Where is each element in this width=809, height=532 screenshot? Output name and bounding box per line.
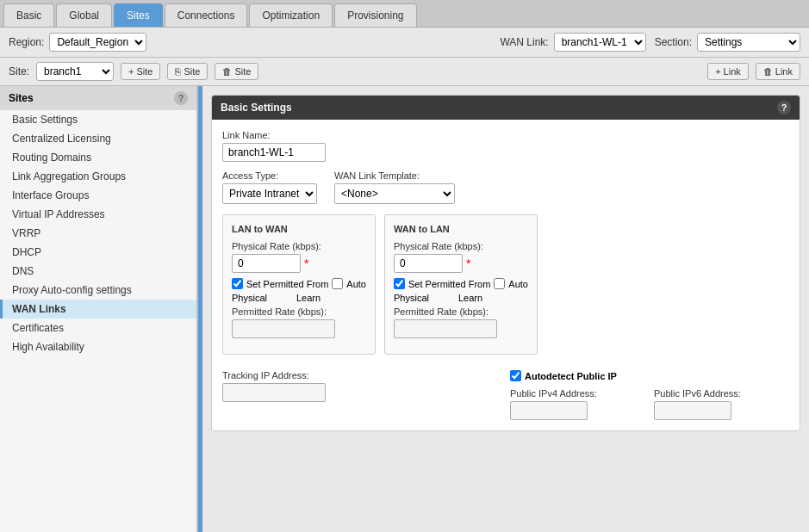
top-toolbar: Region: Default_Region WAN Link: branch1…	[0, 28, 809, 58]
sidebar-item-high-availability[interactable]: High Availability	[0, 337, 196, 356]
access-type-label: Access Type:	[222, 170, 317, 181]
lan-set-permitted-label: Set Permitted From	[246, 279, 328, 289]
settings-panel-help[interactable]: ?	[777, 101, 791, 114]
trash-icon-link: 🗑	[763, 66, 773, 77]
wan-rate-row: *	[394, 254, 528, 273]
wan-set-permitted-row: Set Permitted From Auto	[394, 278, 528, 289]
settings-panel-title: Basic Settings	[221, 102, 292, 114]
settings-panel-header: Basic Settings ?	[212, 96, 800, 120]
link-name-input[interactable]	[222, 143, 326, 162]
wan-auto-checkbox[interactable]	[494, 278, 505, 289]
sidebar-item-routing-domains[interactable]: Routing Domains	[0, 148, 196, 167]
wan-template-group: WAN Link Template: <None>	[334, 170, 455, 204]
copy-site-button[interactable]: ⎘ Site	[167, 63, 208, 80]
sidebar-item-centralized-licensing[interactable]: Centralized Licensing	[0, 129, 196, 148]
autodetect-checkbox[interactable]	[510, 370, 521, 381]
wan-to-lan-label: WAN to LAN	[394, 224, 528, 234]
region-group: Region: Default_Region	[9, 33, 146, 52]
settings-panel: Basic Settings ? Link Name: Access Type:…	[211, 95, 800, 431]
lan-physical-label: Physical	[232, 293, 267, 303]
right-panel: Basic Settings ? Link Name: Access Type:…	[202, 86, 809, 532]
ipv4-field: Public IPv4 Address:	[510, 388, 645, 420]
lan-auto-checkbox[interactable]	[332, 278, 343, 289]
wan-physical-label: Physical	[394, 293, 429, 303]
lan-rate-row: *	[232, 254, 366, 273]
ipv6-input[interactable]	[654, 401, 731, 420]
copy-icon: ⎘	[175, 66, 181, 77]
tracking-ip-input[interactable]	[222, 383, 326, 402]
bottom-row: Tracking IP Address: Autodetect Public I…	[222, 370, 789, 420]
site-select[interactable]: branch1	[36, 62, 114, 81]
wan-set-permitted-label: Set Permitted From	[408, 279, 490, 289]
wan-link-label: WAN Link:	[500, 36, 548, 48]
link-name-row: Link Name:	[222, 130, 789, 162]
direction-columns: LAN to WAN Physical Rate (kbps): * Set P…	[222, 214, 789, 363]
copy-site-label: Site	[184, 66, 200, 77]
add-link-label: + Link	[715, 66, 741, 77]
lan-permitted-rate-input[interactable]	[232, 319, 335, 338]
region-select[interactable]: Default_Region	[49, 33, 146, 52]
lan-physical-rate-label: Physical Rate (kbps):	[232, 241, 366, 251]
address-row: Public IPv4 Address: Public IPv6 Address…	[510, 388, 789, 420]
sidebar-item-vrrp[interactable]: VRRP	[0, 224, 196, 243]
site-label: Site:	[9, 65, 29, 77]
lan-physical-learn-row: Physical Learn	[232, 293, 366, 303]
ipv6-field: Public IPv6 Address:	[654, 388, 789, 420]
lan-to-wan-label: LAN to WAN	[232, 224, 366, 234]
add-site-button[interactable]: + Site	[121, 63, 160, 80]
wan-permitted-row: Permitted Rate (kbps):	[394, 306, 528, 338]
sidebar-item-basic-settings[interactable]: Basic Settings	[0, 110, 196, 129]
wan-set-permitted-checkbox[interactable]	[394, 278, 405, 289]
lan-physical-rate-input[interactable]	[232, 254, 301, 273]
public-ip-box: Autodetect Public IP Public IPv4 Address…	[510, 370, 789, 420]
sidebar-item-link-aggregation[interactable]: Link Aggregation Groups	[0, 167, 196, 186]
ipv6-label: Public IPv6 Address:	[654, 388, 789, 399]
tab-basic[interactable]: Basic	[3, 3, 54, 27]
section-select[interactable]: Settings	[697, 33, 800, 52]
autodetect-label: Autodetect Public IP	[525, 371, 617, 381]
ipv4-label: Public IPv4 Address:	[510, 388, 645, 399]
sidebar-item-virtual-ip[interactable]: Virtual IP Addresses	[0, 205, 196, 224]
wan-required-star: *	[466, 257, 470, 270]
wan-physical-rate-input[interactable]	[394, 254, 463, 273]
delete-site-button[interactable]: 🗑 Site	[215, 63, 258, 80]
tab-connections[interactable]: Connections	[165, 3, 248, 27]
sidebar-item-dhcp[interactable]: DHCP	[0, 243, 196, 262]
lan-permitted-rate-label: Permitted Rate (kbps):	[232, 306, 366, 317]
wan-template-select[interactable]: <None>	[334, 183, 455, 204]
lan-permitted-row: Permitted Rate (kbps):	[232, 306, 366, 338]
lan-required-star: *	[304, 257, 308, 270]
access-type-select[interactable]: Private Intranet	[222, 183, 317, 204]
wan-physical-rate-label: Physical Rate (kbps):	[394, 241, 528, 251]
lan-set-permitted-row: Set Permitted From Auto	[232, 278, 366, 289]
sidebar-help-icon[interactable]: ?	[174, 91, 188, 105]
tab-sites[interactable]: Sites	[114, 3, 163, 27]
sidebar-item-wan-links[interactable]: WAN Links	[0, 300, 196, 319]
tab-global[interactable]: Global	[56, 3, 112, 27]
lan-set-permitted-checkbox[interactable]	[232, 278, 243, 289]
section-group: Section: Settings	[655, 33, 800, 52]
tracking-ip-label: Tracking IP Address:	[222, 370, 501, 380]
wan-link-group: WAN Link: branch1-WL-1	[500, 33, 645, 52]
delete-link-button[interactable]: 🗑 Link	[756, 63, 800, 80]
lan-learn-label: Learn	[296, 293, 320, 303]
tab-optimization[interactable]: Optimization	[249, 3, 333, 27]
add-link-button[interactable]: + Link	[707, 63, 749, 80]
sidebar-item-proxy-auto-config[interactable]: Proxy Auto-config settings	[0, 281, 196, 300]
wan-to-lan-box: WAN to LAN Physical Rate (kbps): * Set P…	[384, 214, 538, 355]
wan-auto-label: Auto	[508, 279, 528, 289]
sidebar-item-dns[interactable]: DNS	[0, 262, 196, 281]
site-toolbar: Site: branch1 + Site ⎘ Site 🗑 Site + Lin…	[0, 58, 809, 86]
autodetect-row: Autodetect Public IP	[510, 370, 789, 381]
trash-icon-site: 🗑	[222, 66, 232, 77]
sidebar-item-certificates[interactable]: Certificates	[0, 319, 196, 337]
sidebar-item-interface-groups[interactable]: Interface Groups	[0, 186, 196, 205]
add-site-label: + Site	[128, 66, 152, 77]
tab-provisioning[interactable]: Provisioning	[334, 3, 416, 27]
wan-learn-label: Learn	[458, 293, 482, 303]
wan-permitted-rate-input[interactable]	[394, 319, 497, 338]
section-label: Section:	[655, 36, 692, 48]
wan-permitted-rate-label: Permitted Rate (kbps):	[394, 306, 528, 317]
ipv4-input[interactable]	[510, 401, 588, 420]
wan-link-select[interactable]: branch1-WL-1	[554, 33, 646, 52]
